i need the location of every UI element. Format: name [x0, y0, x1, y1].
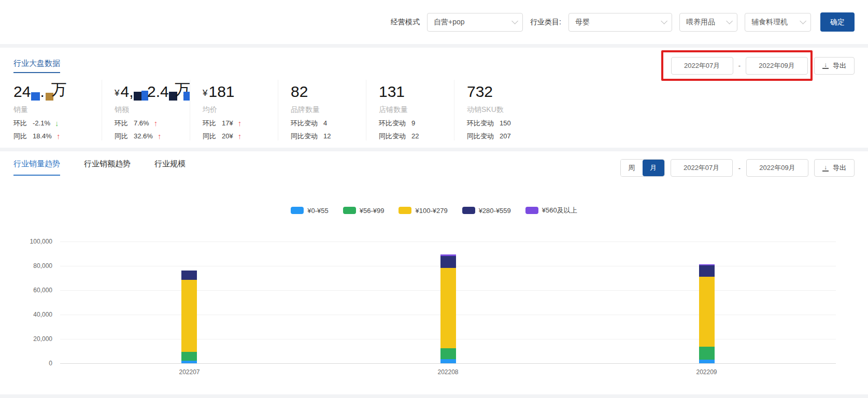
- kpi-yoy-row: 同比变动207: [467, 132, 542, 140]
- section-divider: [0, 44, 868, 48]
- trend-arrow-icon: ↑: [238, 132, 242, 140]
- overview-date-end-input[interactable]: 2022年09月: [746, 57, 808, 75]
- legend-swatch-icon: [525, 207, 538, 214]
- tab-active[interactable]: 行业销量趋势: [13, 159, 60, 176]
- overview-section-title[interactable]: 行业大盘数据: [13, 59, 60, 73]
- y-axis-tick-label: 0: [49, 360, 52, 367]
- y-axis-tick-label: 20,000: [33, 335, 52, 343]
- y-axis-tick-label: 80,000: [33, 262, 52, 269]
- bar-segment[interactable]: [699, 347, 715, 360]
- legend-swatch-icon: [399, 207, 411, 214]
- stacked-bar-202209[interactable]: [699, 264, 715, 364]
- section-divider: [0, 148, 868, 151]
- trend-arrow-icon: ↑: [238, 119, 242, 127]
- bar-segment[interactable]: [699, 360, 715, 363]
- kpi-mom-row: 环比变动9: [379, 119, 454, 127]
- mode-select[interactable]: 自营+pop: [427, 13, 523, 32]
- x-axis-line: 0: [60, 363, 836, 364]
- legend-item[interactable]: ¥280-¥559: [462, 206, 511, 215]
- legend-label: ¥560及以上: [542, 206, 577, 215]
- chevron-down-icon: [726, 18, 733, 24]
- kpi-label: 均价: [203, 105, 278, 115]
- bar-segment[interactable]: [699, 277, 715, 347]
- category-level1-select[interactable]: 母婴: [568, 13, 672, 32]
- legend-label: ¥56-¥99: [360, 207, 385, 215]
- kpi-mom-row: 环比变动150: [467, 119, 542, 127]
- category-filter-label: 行业类目:: [530, 18, 561, 27]
- category-level3-value: 辅食料理机: [751, 18, 788, 27]
- kpi-mom-row: 环比7.6%↑: [115, 119, 190, 127]
- trend-export-button[interactable]: ↓ 导出: [814, 159, 855, 177]
- trend-date-start-input[interactable]: 2022年07月: [671, 159, 733, 177]
- kpi-card-sales-volume: 24.万 销量 环比-2.1%↓ 同比18.4%↑: [13, 80, 102, 140]
- kpi-value: 732: [467, 80, 542, 101]
- bar-segment[interactable]: [181, 271, 197, 280]
- bar-segment[interactable]: [181, 361, 197, 363]
- trend-arrow-icon: ↑: [56, 132, 61, 140]
- period-week-option[interactable]: 周: [621, 160, 643, 176]
- kpi-label: 销额: [115, 105, 190, 115]
- kpi-value: ¥4,2.4万: [115, 80, 190, 101]
- category-level2-select[interactable]: 喂养用品: [679, 13, 737, 32]
- bar-segment[interactable]: [181, 352, 197, 361]
- currency-symbol: ¥: [115, 88, 119, 101]
- industry-trend-section: 行业销量趋势行业销额趋势行业规模 周 月 2022年07月 - 2022年09月…: [0, 151, 868, 377]
- legend-label: ¥280-¥559: [479, 207, 511, 215]
- mode-select-value: 自营+pop: [434, 18, 465, 27]
- overview-export-button[interactable]: ↓ 导出: [814, 57, 855, 75]
- overview-date-range: 2022年07月 - 2022年09月: [671, 57, 808, 75]
- download-icon: ↓: [822, 165, 829, 172]
- stacked-bar-202207[interactable]: [181, 271, 197, 363]
- chart-legend: ¥0-¥55¥56-¥99¥100-¥279¥280-¥559¥560及以上: [0, 206, 868, 215]
- kpi-card-brand-count: 82 品牌数量 环比变动4 同比变动12: [278, 80, 366, 140]
- kpi-yoy-row: 同比18.4%↑: [13, 132, 102, 140]
- tab-inactive[interactable]: 行业规模: [154, 159, 186, 176]
- trend-arrow-icon: ↑: [158, 132, 162, 140]
- chart-plot: 020,00040,00060,00080,000100,000: [60, 242, 836, 364]
- kpi-value: 82: [291, 80, 366, 101]
- legend-item[interactable]: ¥100-¥279: [399, 206, 447, 215]
- stacked-bar-202208[interactable]: [440, 254, 456, 363]
- date-range-separator: -: [738, 164, 741, 172]
- confirm-button[interactable]: 确定: [820, 12, 855, 32]
- censor-block: [183, 92, 190, 101]
- period-toggle: 周 月: [620, 159, 665, 177]
- legend-item[interactable]: ¥560及以上: [525, 206, 577, 215]
- legend-label: ¥0-¥55: [307, 207, 328, 215]
- category-level3-select[interactable]: 辅食料理机: [745, 13, 811, 32]
- legend-item[interactable]: ¥0-¥55: [291, 206, 328, 215]
- bar-segment[interactable]: [440, 359, 456, 363]
- chevron-down-icon: [800, 18, 806, 24]
- y-axis-tick-label: 60,000: [33, 287, 52, 294]
- kpi-cards-row: 24.万 销量 环比-2.1%↓ 同比18.4%↑ ¥4,2.4万 销额 环比7…: [13, 80, 855, 140]
- overview-date-start-input[interactable]: 2022年07月: [671, 57, 733, 75]
- kpi-label: 动销SKU数: [467, 105, 542, 115]
- bar-segment[interactable]: [181, 280, 197, 352]
- trend-date-end-input[interactable]: 2022年09月: [746, 159, 808, 177]
- kpi-yoy-row: 同比32.6%↑: [115, 132, 190, 140]
- kpi-yoy-row: 同比20¥↑: [203, 132, 278, 140]
- top-filter-bar: 经营模式 自营+pop 行业类目: 母婴 喂养用品 辅食料理机 确定: [0, 0, 868, 44]
- gridline: 100,000: [60, 241, 836, 242]
- trend-tabs: 行业销量趋势行业销额趋势行业规模: [13, 159, 186, 176]
- bottom-divider: [0, 394, 868, 398]
- kpi-value: ¥181: [203, 80, 278, 101]
- kpi-yoy-row: 同比变动22: [379, 132, 454, 140]
- bar-segment[interactable]: [699, 265, 715, 277]
- tab-inactive[interactable]: 行业销额趋势: [84, 159, 131, 176]
- legend-item[interactable]: ¥56-¥99: [343, 206, 385, 215]
- download-icon: ↓: [822, 62, 829, 69]
- kpi-yoy-row: 同比变动12: [291, 132, 366, 140]
- period-month-option[interactable]: 月: [643, 160, 664, 176]
- legend-swatch-icon: [343, 207, 356, 214]
- x-axis-label: 202209: [696, 368, 717, 376]
- trend-arrow-icon: ↑: [154, 119, 158, 127]
- mode-filter-label: 经营模式: [391, 18, 420, 27]
- industry-overview-section: 行业大盘数据 2022年07月 - 2022年09月 ↓ 导出 24.万 销量 …: [0, 48, 868, 148]
- bar-segment[interactable]: [440, 256, 456, 267]
- legend-swatch-icon: [462, 207, 475, 214]
- legend-label: ¥100-¥279: [415, 207, 447, 215]
- x-axis-label: 202208: [437, 368, 458, 376]
- bar-segment[interactable]: [440, 348, 456, 359]
- bar-segment[interactable]: [440, 268, 456, 348]
